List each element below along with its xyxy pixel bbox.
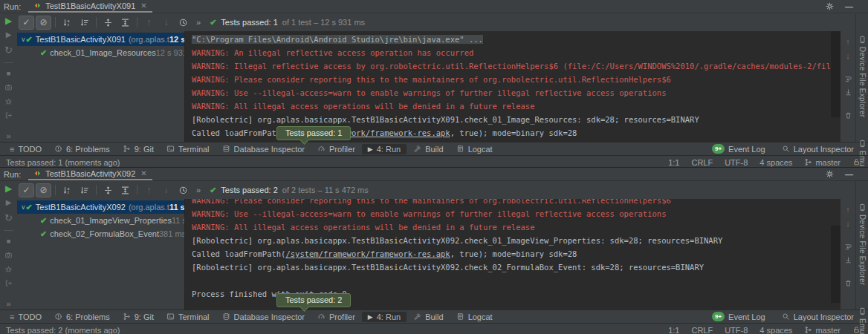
more-toolbar-icon[interactable]: »: [196, 186, 201, 194]
test-history-icon[interactable]: [175, 16, 191, 30]
show-passed-toggle[interactable]: ✓: [19, 16, 34, 30]
sort-by-duration-icon[interactable]: [77, 16, 92, 30]
clear-all-icon[interactable]: [844, 279, 852, 287]
line-separator[interactable]: CRLF: [691, 326, 713, 334]
up-stack-trace-icon[interactable]: ↑: [846, 37, 850, 46]
event-log-button[interactable]: 9+Event Log: [710, 143, 767, 154]
show-passed-toggle[interactable]: ✓: [19, 183, 34, 197]
next-occurrence-icon[interactable]: ↓: [158, 16, 174, 30]
rerun-failed-tests-icon[interactable]: ▶: [6, 30, 12, 39]
settings-gear-icon[interactable]: [825, 169, 835, 179]
indent-setting[interactable]: 4 spaces: [760, 158, 792, 167]
tool-button-profiler[interactable]: Profiler: [311, 312, 361, 322]
previous-occurrence-icon[interactable]: ↑: [141, 183, 157, 197]
chevron-down-icon[interactable]: ∨: [21, 203, 26, 211]
down-stack-trace-icon[interactable]: ↓: [846, 219, 850, 228]
collapse-all-icon[interactable]: [117, 183, 133, 197]
settings-gear-icon[interactable]: [825, 1, 835, 11]
scroll-to-end-icon[interactable]: [844, 88, 852, 96]
line-separator[interactable]: CRLF: [691, 158, 713, 167]
tool-button-build[interactable]: Build: [407, 144, 449, 154]
test-tree-item[interactable]: ✔ check_01_ImageView_Properties 11 s 91 …: [17, 214, 184, 227]
test-tree-root[interactable]: ∨ ✔ TestB1BasicActivityX091 (org.aplas.t…: [17, 33, 184, 46]
stop-button[interactable]: ■: [7, 238, 10, 245]
soft-wrap-icon[interactable]: [844, 243, 852, 251]
down-stack-trace-icon[interactable]: ↓: [846, 51, 850, 60]
collapse-all-icon[interactable]: [117, 16, 133, 30]
tool-button-logcat[interactable]: Logcat: [450, 144, 499, 154]
test-tree-root[interactable]: ∨ ✔ TestB1BasicActivityX092 (org.aplas.t…: [17, 200, 184, 214]
caret-position[interactable]: 1:1: [668, 326, 679, 334]
scroll-to-end-icon[interactable]: [844, 256, 852, 264]
sort-alphabetically-icon[interactable]: [59, 16, 75, 30]
indent-setting[interactable]: 4 spaces: [760, 326, 792, 334]
layout-inspector-button[interactable]: Layout Inspector: [780, 312, 855, 322]
tool-button-git[interactable]: 9: Git: [117, 312, 160, 322]
tool-button-terminal[interactable]: Terminal: [161, 312, 216, 322]
more-toolbar-icon[interactable]: »: [196, 18, 201, 27]
sort-by-duration-icon[interactable]: [77, 183, 92, 197]
tool-button-database-inspector[interactable]: Database Inspector: [216, 144, 311, 154]
rerun-button[interactable]: ▶: [5, 185, 12, 192]
tool-button-terminal[interactable]: Terminal: [161, 144, 216, 154]
tool-button-todo[interactable]: ≡TODO: [4, 312, 48, 322]
tool-button-profiler[interactable]: Profiler: [311, 144, 361, 154]
tool-button-problems[interactable]: 6: Problems: [48, 312, 116, 322]
test-tree-item[interactable]: ✔ check_02_FormulaBox_Event 381 ms: [17, 227, 184, 240]
attach-debugger-icon[interactable]: [4, 265, 13, 273]
hide-window-icon[interactable]: —: [845, 2, 853, 11]
toggle-auto-test-icon[interactable]: ↻: [4, 212, 13, 223]
tab-device-file-explorer[interactable]: Device File Explorer: [858, 36, 867, 117]
run-tab-x091[interactable]: TestB1BasicActivityX091 ✕: [28, 0, 152, 13]
console-file-link[interactable]: /system/framework/framework-res.apk: [285, 249, 450, 258]
tool-button-logcat[interactable]: Logcat: [450, 312, 499, 322]
chevron-down-icon[interactable]: ∨: [21, 36, 26, 43]
more-actions-icon[interactable]: »: [6, 299, 10, 308]
console-output[interactable]: "C:\Program Files\Android\Android Studio…: [184, 31, 841, 142]
exit-icon[interactable]: [4, 111, 13, 119]
screenshot-icon[interactable]: [4, 251, 13, 259]
lock-icon[interactable]: [852, 326, 861, 334]
previous-occurrence-icon[interactable]: ↑: [141, 16, 157, 30]
soft-wrap-icon[interactable]: [844, 75, 852, 83]
next-occurrence-icon[interactable]: ↓: [158, 183, 174, 197]
close-tab-icon[interactable]: ✕: [140, 169, 146, 177]
test-tree-item[interactable]: ✔ check_01_Image_Resources 12 s 931 ms: [17, 46, 184, 59]
lock-icon[interactable]: [852, 158, 861, 166]
attach-debugger-icon[interactable]: [4, 97, 13, 105]
exit-icon[interactable]: [4, 279, 13, 287]
clear-all-icon[interactable]: [844, 111, 852, 119]
expand-all-icon[interactable]: [100, 183, 116, 197]
caret-position[interactable]: 1:1: [668, 158, 679, 167]
layout-inspector-button[interactable]: Layout Inspector: [780, 144, 855, 154]
sort-alphabetically-icon[interactable]: [59, 183, 75, 197]
console-scrollbar[interactable]: [831, 226, 841, 303]
tab-device-file-explorer[interactable]: Device File Explorer: [858, 203, 867, 285]
event-log-button[interactable]: 9+Event Log: [710, 311, 767, 322]
hide-window-icon[interactable]: —: [845, 170, 853, 179]
tool-button-run[interactable]: ▶4: Run: [362, 144, 407, 154]
tool-button-run[interactable]: ▶4: Run: [362, 312, 407, 322]
tool-button-git[interactable]: 9: Git: [117, 144, 160, 154]
git-branch-widget[interactable]: master: [804, 326, 841, 334]
stop-button[interactable]: ■: [7, 70, 10, 77]
git-branch-widget[interactable]: master: [804, 158, 841, 167]
screenshot-icon[interactable]: [4, 83, 13, 91]
rerun-failed-tests-icon[interactable]: ▶: [6, 198, 12, 206]
up-stack-trace-icon[interactable]: ↑: [846, 205, 850, 214]
file-encoding[interactable]: UTF-8: [725, 326, 748, 334]
show-ignored-toggle[interactable]: ⊘: [36, 16, 51, 30]
more-actions-icon[interactable]: »: [6, 131, 10, 140]
test-history-icon[interactable]: [175, 183, 191, 197]
tool-button-database-inspector[interactable]: Database Inspector: [216, 312, 311, 322]
tool-button-todo[interactable]: ≡TODO: [4, 144, 48, 154]
rerun-button[interactable]: ▶: [5, 17, 12, 24]
toggle-auto-test-icon[interactable]: ↻: [4, 45, 13, 56]
expand-all-icon[interactable]: [100, 16, 116, 30]
close-tab-icon[interactable]: ✕: [140, 1, 146, 10]
tool-button-problems[interactable]: 6: Problems: [48, 144, 116, 154]
file-encoding[interactable]: UTF-8: [725, 158, 748, 167]
console-scrollbar[interactable]: [831, 31, 841, 117]
run-tab-x092[interactable]: TestB1BasicActivityX092 ✕: [28, 168, 152, 180]
tool-button-build[interactable]: Build: [407, 312, 449, 322]
